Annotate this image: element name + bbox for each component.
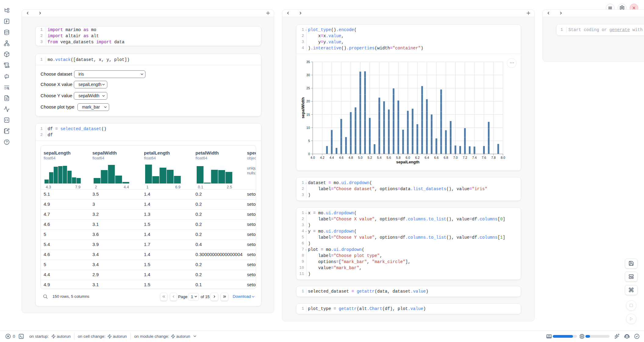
svg-text:5.4: 5.4 [377, 156, 382, 159]
svg-text:7.0: 7.0 [453, 156, 458, 159]
svg-text:sepalLength: sepalLength [396, 160, 420, 164]
svg-text:7.4: 7.4 [472, 156, 477, 159]
svg-text:sepalWidth: sepalWidth [301, 97, 305, 118]
svg-text:8.0: 8.0 [501, 156, 505, 159]
svg-text:4.0: 4.0 [310, 156, 315, 159]
svg-text:30: 30 [306, 73, 310, 77]
svg-text:5.8: 5.8 [396, 156, 401, 159]
svg-text:6.2: 6.2 [415, 156, 420, 159]
svg-text:4.4: 4.4 [330, 156, 334, 159]
svg-text:15: 15 [306, 113, 310, 116]
svg-text:5: 5 [308, 139, 310, 143]
svg-text:6.6: 6.6 [434, 156, 439, 159]
svg-text:0: 0 [308, 152, 310, 156]
svg-text:7.6: 7.6 [482, 156, 486, 159]
svg-text:5.6: 5.6 [387, 156, 391, 159]
svg-text:20: 20 [306, 99, 310, 103]
svg-text:4.6: 4.6 [339, 156, 344, 159]
svg-text:25: 25 [306, 86, 310, 90]
svg-text:7.8: 7.8 [491, 156, 496, 159]
svg-text:6.8: 6.8 [444, 156, 448, 159]
svg-text:6.4: 6.4 [425, 156, 429, 159]
svg-text:35: 35 [306, 60, 310, 64]
svg-text:10: 10 [306, 126, 310, 130]
svg-text:4.2: 4.2 [320, 156, 324, 159]
svg-text:6.0: 6.0 [406, 156, 410, 159]
svg-text:7.2: 7.2 [463, 156, 467, 159]
svg-text:5.0: 5.0 [358, 156, 363, 159]
svg-text:4.8: 4.8 [349, 156, 353, 159]
svg-text:5.2: 5.2 [367, 156, 372, 159]
